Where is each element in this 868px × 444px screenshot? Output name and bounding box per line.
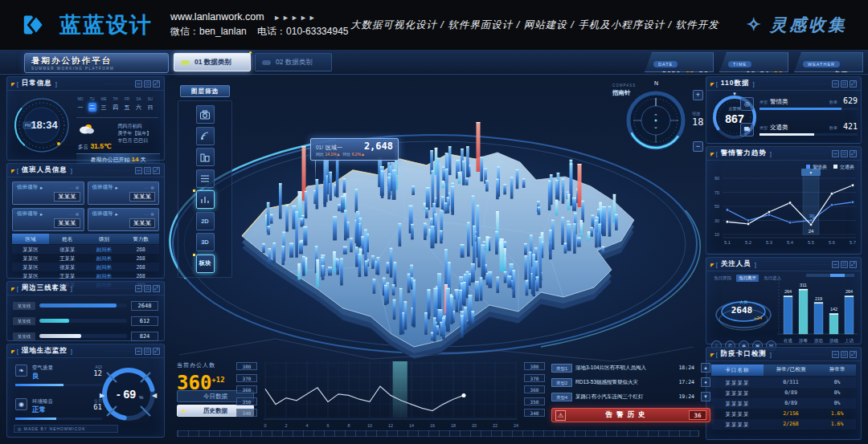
panel-header: ◤[警情警力趋势]··········─□⤢ <box>706 147 861 161</box>
focus-tab[interactable]: 当日离开 <box>736 275 759 282</box>
tab-data-category-2[interactable]: 02 数据类别 <box>255 53 332 71</box>
svg-text:4: 4 <box>305 423 308 428</box>
scroll-down-icon[interactable]: ▼ <box>701 392 710 401</box>
checkpoint-row[interactable]: 某某某某0/890% <box>711 388 856 398</box>
minimize-icon[interactable]: ─ <box>832 150 839 157</box>
card-mini-icons[interactable]: ··· ⊗ <box>144 185 154 190</box>
minimize-icon[interactable]: ─ <box>135 285 142 292</box>
eco-status: 正常 <box>32 405 53 415</box>
window-icon[interactable]: □ <box>144 348 151 355</box>
cell: 张某某 <box>49 263 86 271</box>
alarm-history-button[interactable]: ⚠ 告警历史 36 <box>551 408 710 422</box>
alert-row[interactable]: 类型4某路口有小汽车连闯三个红灯19:24 <box>551 391 710 402</box>
focus-tab[interactable]: 当日抓拍 <box>711 275 734 282</box>
panel-duty-staff: ◤[值班人员信息]··········─□⤢值班领导▸··· ⊗某某某值班领导▸… <box>6 163 165 279</box>
y-pill: 340 <box>236 409 257 417</box>
svg-text:6: 6 <box>326 423 329 428</box>
compass-ring[interactable]: ⌃ ⌄ <box>622 87 690 154</box>
checkpoint-row[interactable]: 某某某某0/3110% <box>711 377 856 388</box>
table-row[interactable]: 某某区王某某副局长268 <box>12 254 159 263</box>
brand-wechat: 微信：ben_lanlan <box>170 26 247 37</box>
scroll-up-icon[interactable]: ▲ <box>701 363 710 373</box>
duty-leader-card[interactable]: 值班领导▸··· ⊗某某某 <box>12 181 84 205</box>
table-row[interactable]: 某某区张某某副局长268 <box>12 245 159 254</box>
minimize-icon[interactable]: ─ <box>832 261 839 268</box>
alert-text: RD13-53烟感报警疑似火灾 <box>575 379 675 386</box>
svg-text:8: 8 <box>347 423 350 428</box>
timeline-strip[interactable] <box>177 430 699 437</box>
weekday-we[interactable]: WE三 <box>100 97 108 112</box>
y-pill: 360 <box>524 385 545 393</box>
alarm-type: 交通类 <box>770 124 788 132</box>
expand-icon[interactable]: ⤢ <box>850 150 857 157</box>
minimize-icon[interactable]: ─ <box>135 80 142 88</box>
tooltip-value: 2,648 <box>364 141 393 152</box>
zoom-label: 缩放 <box>692 111 700 116</box>
layer-button-building-icon[interactable] <box>196 148 215 166</box>
duty-leader-card[interactable]: 值班领导▸··· ⊗某某某 <box>88 181 160 205</box>
window-icon[interactable]: □ <box>144 285 151 292</box>
person-count-rings: 人员2648+24 <box>713 287 774 337</box>
table-row[interactable]: 某某区张某某副局长268 <box>12 263 159 271</box>
expand-icon[interactable]: ⤢ <box>850 80 857 88</box>
layer-button-camera-icon[interactable] <box>196 105 215 124</box>
expand-icon[interactable]: ⤢ <box>850 351 857 358</box>
alert-text: 湿地3-104片区有不明人员闯入 <box>575 365 675 372</box>
expand-icon[interactable]: ⤢ <box>850 261 857 268</box>
expand-icon[interactable]: ⤢ <box>153 167 160 174</box>
weekday-fr[interactable]: FR五 <box>123 97 131 112</box>
weekday-mo[interactable]: MO一 <box>76 97 84 112</box>
weekday-su[interactable]: SU日 <box>146 97 154 112</box>
window-icon[interactable]: □ <box>841 261 848 268</box>
eco-status: 良 <box>32 372 53 381</box>
checkpoint-row[interactable]: 某某某某0/890% <box>711 398 856 409</box>
table-row[interactable]: 某某区王某某副局长268 <box>12 271 159 280</box>
weekday-sa[interactable]: SA六 <box>135 97 143 112</box>
layer-button-list-icon[interactable] <box>196 169 215 188</box>
card-mini-icons[interactable]: ··· ⊗ <box>69 185 80 190</box>
svg-text:⌄: ⌄ <box>653 124 658 129</box>
expand-icon[interactable]: ⤢ <box>153 285 160 292</box>
cell: 268 <box>122 271 159 280</box>
flow-row: 某某线612 <box>7 313 164 328</box>
alarm-count: 421 <box>843 122 858 131</box>
window-icon[interactable]: □ <box>144 167 151 174</box>
checkpoint-row[interactable]: 某某某某2/2681.6% <box>711 419 856 430</box>
zoom-out-button[interactable]: − <box>693 141 703 152</box>
cell: 268 <box>122 254 159 263</box>
layer-button-3d[interactable]: 3D <box>196 233 215 251</box>
duty-leader-card[interactable]: 值班领导▸··· ⊗某某某 <box>88 208 160 231</box>
card-mini-icons[interactable]: ··· ⊗ <box>69 211 80 217</box>
weekday-th[interactable]: TH四 <box>112 97 120 112</box>
scroll-dot-icon[interactable]: ● <box>701 377 710 387</box>
window-icon[interactable]: □ <box>841 150 848 157</box>
minimize-icon[interactable]: ─ <box>135 167 142 174</box>
alert-row[interactable]: 类型1湿地3-104片区有不明人员闯入18:24 <box>551 362 710 373</box>
svg-text:50: 50 <box>714 204 719 209</box>
svg-text:涉毒: 涉毒 <box>799 338 809 344</box>
svg-text:PM: PM <box>25 123 31 128</box>
duty-leader-card[interactable]: 值班领导▸··· ⊗某某某 <box>12 208 84 231</box>
minimize-icon[interactable]: ─ <box>832 80 839 88</box>
window-icon[interactable]: □ <box>841 80 848 88</box>
layer-button-signal-icon[interactable] <box>196 127 215 145</box>
window-icon[interactable]: □ <box>841 351 848 358</box>
minimize-icon[interactable]: ─ <box>832 351 839 358</box>
layer-button-chart-icon[interactable] <box>196 190 215 209</box>
layer-button-2d[interactable]: 2D <box>196 212 215 230</box>
zoom-in-button[interactable]: + <box>693 90 703 100</box>
card-mini-icons[interactable]: ··· ⊗ <box>144 211 154 217</box>
flow-label: 某某线 <box>13 302 35 310</box>
expand-icon[interactable]: ⤢ <box>153 80 160 88</box>
flow-bar-fill <box>39 319 69 323</box>
minimize-icon[interactable]: ─ <box>135 348 142 355</box>
weekday-tu[interactable]: TU二 <box>88 97 96 112</box>
tab-data-category-1[interactable]: 01 数据类别 <box>174 53 251 71</box>
alert-row[interactable]: 类型2RD13-53烟感报警疑似火灾17:24 <box>551 377 710 388</box>
checkpoint-row[interactable]: 某某某某2/1561.6% <box>711 409 856 419</box>
layer-button-板块[interactable]: 板块 <box>196 255 215 273</box>
alarm-history-label: 告警历史 <box>566 410 689 420</box>
expand-icon[interactable]: ⤢ <box>153 348 160 355</box>
svg-text:20: 20 <box>472 423 477 428</box>
window-icon[interactable]: □ <box>144 80 151 88</box>
